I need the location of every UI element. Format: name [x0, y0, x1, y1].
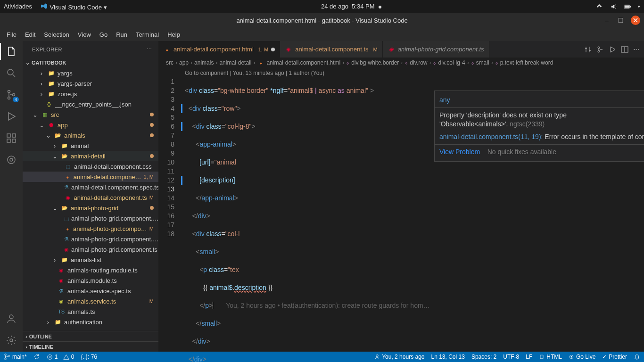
tree-folder[interactable]: ›📁authentication — [23, 317, 158, 327]
clock[interactable]: 24 de ago 5:34 PM — [107, 3, 595, 10]
outline-section[interactable]: ›OUTLINE — [23, 331, 158, 341]
source-control-icon[interactable]: 4 — [5, 88, 18, 101]
maximize-button[interactable]: ❐ — [617, 16, 625, 25]
line-numbers: 123456789101112131415161718 — [158, 77, 180, 239]
tab-animal-detail-html[interactable]: ⬥ animal-detail.component.html1, M — [158, 41, 280, 58]
tree-file[interactable]: ⚗animal-photo-grid.component.… — [23, 234, 158, 244]
more-actions-icon[interactable]: ⋯ — [633, 46, 639, 53]
menu-bar: File Edit Selection View Go Run Terminal… — [0, 28, 644, 41]
svg-point-15 — [598, 47, 600, 49]
menu-help[interactable]: Help — [164, 30, 184, 39]
tree-file[interactable]: ⬥animal-photo-grid.compo…M — [23, 223, 158, 234]
extensions-icon[interactable] — [5, 132, 18, 145]
modified-dot-icon — [150, 154, 154, 158]
run-icon[interactable] — [609, 46, 616, 53]
tree-folder[interactable]: ›📁animal — [23, 140, 158, 151]
tree-file[interactable]: ⬚animal-detail.component.css — [23, 161, 158, 172]
project-header[interactable]: ⌄GATITOBOOK — [23, 58, 158, 68]
explorer-icon[interactable] — [5, 45, 18, 58]
svg-point-13 — [9, 315, 13, 319]
menu-edit[interactable]: Edit — [21, 30, 39, 39]
sync-button[interactable] — [33, 354, 40, 360]
run-debug-icon[interactable] — [5, 110, 18, 123]
compare-changes-icon[interactable] — [584, 46, 592, 53]
tree-file-active[interactable]: ⬥animal-detail.compone…1, M — [23, 172, 158, 182]
no-quick-fix-label: No quick fixes available — [487, 148, 556, 156]
menu-terminal[interactable]: Terminal — [132, 30, 163, 39]
problems-button[interactable]: 1 0 — [47, 354, 74, 360]
tree-folder[interactable]: ›📁animals-list — [23, 255, 158, 265]
timeline-section[interactable]: ›TIMELINE — [23, 341, 158, 352]
tree-file[interactable]: ◉animal-photo-grid.component.ts — [23, 244, 158, 255]
svg-rect-9 — [12, 139, 16, 142]
tree-file[interactable]: {}__ngcc_entry_points__.json — [23, 99, 158, 109]
menu-go[interactable]: Go — [96, 30, 111, 39]
tree-file[interactable]: ◉animal-detail.component.tsM — [23, 192, 158, 203]
battery-icon[interactable] — [624, 3, 631, 10]
view-problem-link[interactable]: View Problem — [439, 148, 480, 156]
gitlens-icon[interactable] — [5, 153, 18, 166]
tab-animal-detail-ts[interactable]: ◉ animal-detail.component.tsM — [280, 41, 383, 58]
open-changes-icon[interactable] — [596, 46, 604, 53]
tree-folder-animals[interactable]: ⌄📂animals — [23, 130, 158, 140]
tree-folder[interactable]: ›📁yargs-parser — [23, 78, 158, 89]
search-icon[interactable] — [5, 66, 18, 80]
system-menu-chevron[interactable]: ▾ — [638, 4, 640, 9]
code-editor[interactable]: Go to component | You, 13 minutes ago | … — [158, 68, 644, 352]
tree-folder[interactable]: ⌄📂animal-photo-grid — [23, 203, 158, 213]
error-hover-tooltip: any Property 'description' does not exis… — [434, 90, 644, 162]
tab-photo-grid-ts[interactable]: ◉ animal-photo-grid.component.ts — [383, 41, 489, 58]
svg-rect-7 — [7, 134, 10, 137]
svg-point-19 — [5, 358, 7, 360]
minimize-button[interactable]: – — [603, 16, 611, 25]
tree-folder[interactable]: ›📁yargs — [23, 68, 158, 78]
modified-dot-icon — [150, 206, 154, 210]
svg-point-12 — [10, 158, 13, 161]
menu-selection[interactable]: Selection — [40, 30, 73, 39]
settings-gear-icon[interactable] — [5, 334, 18, 347]
accounts-icon[interactable] — [5, 312, 18, 325]
network-icon[interactable] — [595, 3, 603, 10]
code-lens[interactable]: Go to component | You, 13 minutes ago | … — [185, 69, 324, 78]
os-topbar: Atividades Visual Studio Code ▾ 24 de ag… — [0, 0, 644, 13]
window-title: animal-detail.component.html - gatitoboo… — [236, 17, 407, 24]
svg-rect-2 — [625, 5, 629, 8]
close-button[interactable] — [631, 16, 640, 25]
tree-file[interactable]: ◉animals-routing.module.ts — [23, 265, 158, 275]
tree-file[interactable]: TSanimals.ts — [23, 306, 158, 317]
bracket-info[interactable]: {..}: 76 — [81, 354, 97, 360]
tree-file[interactable]: ◉animals.service.tsM — [23, 296, 158, 306]
activity-bar: 4 — [0, 41, 23, 352]
svg-point-6 — [13, 94, 15, 96]
tree-file[interactable]: ⚗animal-detail.component.spec.ts — [23, 182, 158, 192]
menu-view[interactable]: View — [74, 30, 95, 39]
tree-folder-animal-detail[interactable]: ⌄📂animal-detail — [23, 151, 158, 161]
modified-dot-icon — [150, 133, 154, 137]
tree-file[interactable]: ◉animals.module.ts — [23, 275, 158, 286]
menu-file[interactable]: File — [3, 30, 20, 39]
git-branch[interactable]: main* — [4, 354, 27, 360]
menu-run[interactable]: Run — [112, 30, 131, 39]
window-titlebar: animal-detail.component.html - gatitoboo… — [0, 13, 644, 28]
angular-file-icon: ◉ — [285, 46, 292, 53]
explorer-sidebar: EXPLORER ⋯ ⌄GATITOBOOK ›📁yargs ›📁yargs-p… — [23, 41, 158, 352]
modified-dot-icon — [150, 113, 154, 116]
activities-button[interactable]: Atividades — [4, 3, 32, 10]
editor-area: ⬥ animal-detail.component.html1, M ◉ ani… — [158, 41, 644, 352]
tree-file[interactable]: ⚗animals.service.spec.ts — [23, 286, 158, 296]
breadcrumb[interactable]: src› app› animals› animal-detail› ⬥anima… — [158, 58, 644, 68]
svg-rect-1 — [630, 6, 631, 8]
svg-rect-8 — [7, 139, 10, 142]
angular-file-icon: ◉ — [388, 46, 395, 53]
svg-point-14 — [10, 339, 13, 342]
tree-folder[interactable]: ›📁zone.js — [23, 89, 158, 99]
svg-point-5 — [8, 97, 10, 99]
split-editor-icon[interactable] — [621, 46, 628, 53]
tree-folder-src[interactable]: ⌄▦src — [23, 109, 158, 120]
tree-file[interactable]: ⬚animal-photo-grid.component.… — [23, 213, 158, 223]
svg-point-11 — [8, 156, 15, 164]
app-menu[interactable]: Visual Studio Code ▾ — [41, 2, 107, 11]
tree-folder-app[interactable]: ⌄⬢app — [23, 120, 158, 130]
explorer-more-icon[interactable]: ⋯ — [147, 46, 152, 52]
volume-icon[interactable] — [610, 3, 617, 10]
